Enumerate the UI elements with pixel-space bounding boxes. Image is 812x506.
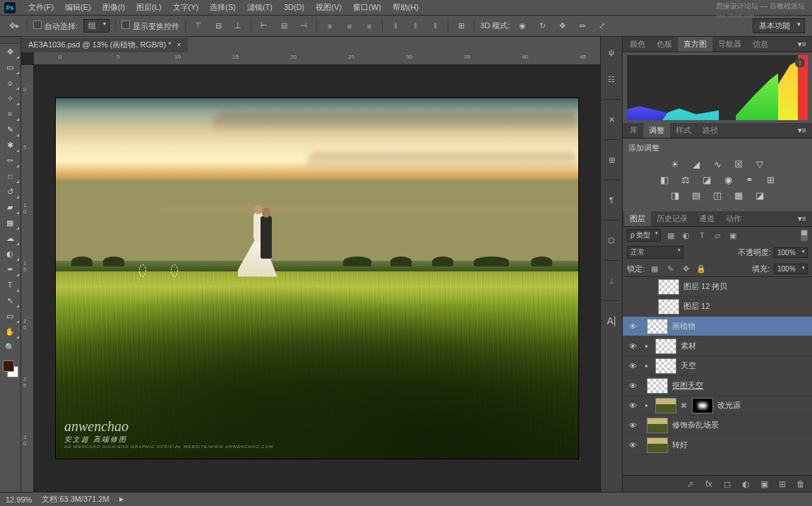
layer-row[interactable]: 👁抠图天空 [623,376,812,396]
hue-icon[interactable]: ◧ [658,173,671,186]
distribute-6-icon[interactable]: ⦀ [428,19,442,33]
adjustment-layer-icon[interactable]: ◐ [740,478,751,490]
delete-icon[interactable]: 🗑 [795,478,806,490]
layer-thumbnail[interactable] [655,358,676,374]
zoom-level[interactable]: 12.99% [6,495,32,504]
opacity-input[interactable]: 100% [774,247,808,258]
align-right-icon[interactable]: ⊣ [297,19,311,33]
heal-tool[interactable]: ✱ [0,137,20,153]
visibility-toggle[interactable]: 👁 [623,421,643,430]
levels-icon[interactable]: ◢ [690,158,703,170]
layer-name[interactable]: 图层 12 拷贝 [683,281,808,292]
blur-tool[interactable]: ☁ [0,230,20,246]
filter-switch[interactable] [801,230,808,241]
gradient-tool[interactable]: ▦ [0,215,20,230]
layer-name[interactable]: 画植物 [672,321,808,331]
workspace-selector[interactable]: 基本功能 [753,18,805,33]
invert-icon[interactable]: ◨ [669,189,681,201]
panel-menu-icon[interactable]: ▾≡ [794,214,811,223]
show-transform-checkbox[interactable]: 显示变换控件 [121,20,179,32]
3d-panel-icon[interactable]: ⬡ [604,233,619,247]
3d-pan-icon[interactable]: ✥ [555,19,569,33]
bw-icon[interactable]: ◪ [700,173,713,186]
panel-tab[interactable]: 导航器 [712,37,747,52]
distribute-5-icon[interactable]: ⦀ [408,19,422,33]
panel-tab[interactable]: 信息 [747,37,774,52]
path-tool[interactable]: ↖ [0,293,20,308]
layer-row[interactable]: 👁▸⌘改光源 [623,396,812,416]
align-left-icon[interactable]: ⊢ [257,19,271,33]
doc-info[interactable]: 文档:63.3M/371.2M [42,494,109,505]
layer-name[interactable]: 转好 [672,440,808,450]
align-top-icon[interactable]: ⊤ [191,19,205,33]
menu-item[interactable]: 图像(I) [97,1,131,13]
brightness-icon[interactable]: ☀ [669,158,681,170]
layer-thumbnail[interactable] [647,418,668,433]
auto-select-dropdown[interactable]: 组 [83,19,109,33]
menu-item[interactable]: 选择(S) [204,1,241,13]
3d-zoom-icon[interactable]: ⤢ [595,19,609,33]
distribute-4-icon[interactable]: ⦀ [388,19,402,33]
lock-position-icon[interactable]: ✎ [664,263,676,274]
layer-row[interactable]: 👁▸天空 [623,356,812,376]
mask-thumbnail[interactable] [692,398,713,413]
expand-arrow-icon[interactable]: ▸ [643,402,651,408]
layer-row[interactable]: 👁转好 [623,435,812,455]
posterize-icon[interactable]: ▤ [690,189,703,201]
link-icon[interactable]: ⌘ [681,402,688,409]
3d-roll-icon[interactable]: ↻ [535,19,549,33]
menu-item[interactable]: 滤镜(T) [241,1,278,13]
panel-tab[interactable]: 通道 [693,211,720,226]
expand-arrow-icon[interactable]: ▸ [643,343,651,349]
close-icon[interactable]: × [177,41,181,49]
properties-icon[interactable]: ⊞ [604,153,619,167]
panel-tab[interactable]: 库 [624,123,643,138]
stamp-tool[interactable]: ⏍ [0,168,20,184]
panel-tab[interactable]: 动作 [720,211,747,226]
layer-row[interactable]: 图层 12 [623,297,812,317]
viewport[interactable]: anwenchao 安文超 高端修图 AN WENCHAO HIGH-END G… [34,65,600,492]
align-bottom-icon[interactable]: ⊥ [231,19,245,33]
histogram[interactable]: ! [627,55,808,120]
menu-item[interactable]: 图层(L) [131,1,167,13]
distribute-2-icon[interactable]: ≡ [342,19,357,33]
lock-all-icon[interactable]: 🔒 [695,263,707,274]
layer-thumbnail[interactable] [647,319,668,334]
visibility-toggle[interactable]: 👁 [623,382,643,390]
zoom-tool[interactable]: 🔍 [0,339,20,355]
ruler-horizontal[interactable]: 051015202530354045 [34,52,600,65]
pen-tool[interactable]: ✒ [0,261,20,277]
color-swatches[interactable] [0,360,18,379]
3d-slide-icon[interactable]: ⇔ [575,19,589,33]
photo-filter-icon[interactable]: ◉ [722,173,734,186]
fill-input[interactable]: 100% [774,264,808,274]
visibility-toggle[interactable]: 👁 [623,401,643,410]
layer-name[interactable]: 修饰杂乱场景 [672,420,808,430]
3d-orbit-icon[interactable]: ◉ [515,19,530,33]
panel-tab[interactable]: 样式 [670,123,697,138]
auto-select-checkbox[interactable]: 自动选择: [33,20,78,32]
threshold-icon[interactable]: ◫ [711,189,724,201]
menu-item[interactable]: 窗口(W) [347,1,387,13]
lock-pixels-icon[interactable]: ▦ [649,263,660,274]
cache-warning-icon[interactable]: ! [795,58,805,68]
type-tool[interactable]: T [0,277,20,293]
channel-mixer-icon[interactable]: ⚭ [743,173,756,186]
move-tool[interactable]: ✥ [0,44,20,59]
visibility-toggle[interactable]: 👁 [623,322,643,331]
panel-menu-icon[interactable]: ▾≡ [794,40,811,49]
layer-name[interactable]: 改光源 [717,400,808,411]
visibility-toggle[interactable]: 👁 [623,342,643,351]
dodge-tool[interactable]: ◐ [0,246,20,261]
brush-presets-icon[interactable]: ☷ [604,72,619,86]
toolbox-grip[interactable] [0,37,20,44]
marquee-tool[interactable]: ▭ [0,59,20,75]
layer-thumbnail[interactable] [658,279,679,295]
layer-thumbnail[interactable] [655,339,676,354]
layer-row[interactable]: 👁▸素材 [623,336,812,356]
align-vcenter-icon[interactable]: ⊟ [211,19,225,33]
link-layers-icon[interactable]: ⬀ [685,478,696,490]
menu-item[interactable]: 3D(D) [278,1,310,13]
document-tab[interactable]: AE3A1036.psd @ 13% (画植物, RGB/8) * × [21,37,188,52]
lock-move-icon[interactable]: ✥ [680,263,691,274]
